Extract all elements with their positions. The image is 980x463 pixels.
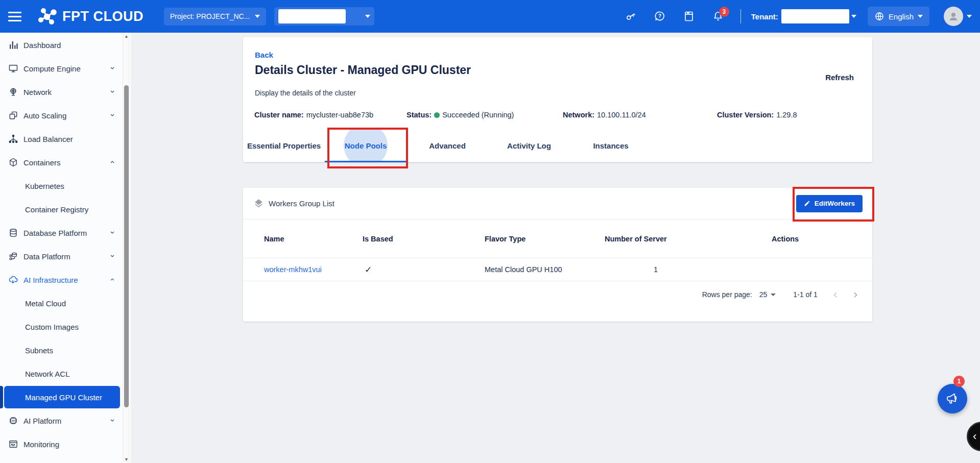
chevron-down-icon	[109, 111, 115, 120]
chevron-down-icon	[109, 417, 115, 425]
previous-page-button[interactable]: ‹	[833, 289, 838, 300]
language-label: English	[889, 12, 914, 21]
sidebar-item-subnets[interactable]: Subnets	[0, 338, 131, 362]
sidebar-item-container-registry[interactable]: Container Registry	[0, 198, 131, 221]
search-input[interactable]	[278, 9, 346, 23]
sidebar-item-label: Compute Engine	[23, 64, 81, 73]
sidebar-item-label: Metal Cloud	[25, 299, 66, 308]
project-selector-label: Project: PROJECT_NC...	[170, 12, 250, 20]
sidebar-item-kubernetes[interactable]: Kubernetes	[0, 174, 131, 198]
sidebar-item-label: Custom Images	[25, 323, 79, 331]
sidebar-item-network-acl[interactable]: Network ACL	[0, 362, 131, 385]
package-cube-icon	[8, 157, 19, 168]
sidebar-item-ai-platform[interactable]: AI AI Platform	[0, 409, 131, 432]
table-pagination: Rows per page: 25 1-1 of 1 ‹ ›	[243, 283, 872, 306]
table-row: worker-mkhw1vui ✓ Metal Cloud GPU H100 1	[243, 258, 872, 281]
database-icon	[8, 227, 19, 238]
col-header-name: Name	[243, 235, 363, 243]
sidebar-item-custom-images[interactable]: Custom Images	[0, 315, 131, 338]
rows-per-page-label: Rows per page:	[702, 290, 752, 299]
sidebar-item-containers[interactable]: Containers	[0, 151, 131, 174]
next-page-button[interactable]: ›	[853, 289, 858, 300]
chevron-down-icon	[255, 15, 260, 18]
sidebar-item-load-balancer[interactable]: Load Balancer	[0, 127, 131, 151]
navbar-divider	[740, 9, 741, 23]
ai-chip-icon: AI	[8, 415, 19, 426]
rows-per-page-select[interactable]: 25	[759, 290, 776, 299]
brand-logo[interactable]: FPT CLOUD	[37, 6, 144, 27]
sidebar-item-metal-cloud[interactable]: Metal Cloud	[0, 291, 131, 315]
notifications-bell-icon[interactable]: 3	[712, 10, 724, 22]
sidebar-item-label: Database Platform	[23, 229, 87, 237]
data-stack-icon	[8, 251, 19, 262]
cluster-info-row: Cluster name: mycluster-uab8e73b Status:…	[243, 111, 872, 121]
tab-essential-properties[interactable]: Essential Properties	[243, 129, 325, 162]
stacked-squares-icon	[8, 110, 19, 121]
fpt-cloud-console: { "navbar": { "brand": "FPT CLOUD", "pro…	[0, 0, 980, 463]
user-avatar[interactable]	[944, 7, 963, 26]
sidebar-scrollbar[interactable]: ▲ ▼	[123, 33, 129, 463]
hamburger-menu-icon[interactable]	[8, 8, 26, 25]
cluster-name-field: Cluster name: mycluster-uab8e73b	[254, 111, 373, 119]
edge-collapse-button[interactable]: ‹	[967, 422, 980, 451]
sidebar-item-dashboard[interactable]: Dashboard	[0, 33, 131, 57]
sidebar-item-monitoring[interactable]: Monitoring	[0, 432, 131, 456]
cluster-details-card: Back Details Cluster - Managed GPU Clust…	[243, 37, 872, 162]
sidebar-item-label: Network ACL	[25, 370, 70, 378]
sidebar-item-label: Monitoring	[23, 440, 59, 449]
network-field: Network: 10.100.11.0/24	[563, 111, 646, 119]
chevron-up-icon	[109, 158, 115, 167]
sidebar-item-data-platform[interactable]: Data Platform	[0, 245, 131, 268]
pencil-icon	[804, 200, 810, 207]
worker-name-link[interactable]: worker-mkhw1vui	[264, 265, 322, 274]
hub-nodes-icon	[8, 133, 19, 144]
sidebar-item-label: Container Registry	[25, 205, 88, 214]
sidebar-item-network[interactable]: Network	[0, 80, 131, 104]
sidebar-item-ai-infrastructure[interactable]: AI Infrastructure	[0, 268, 131, 291]
tab-advanced[interactable]: Advanced	[407, 129, 488, 162]
back-link[interactable]: Back	[255, 51, 273, 59]
workers-group-card: Workers Group List EditWorkers Name Is B…	[243, 188, 872, 322]
tab-node-pools[interactable]: Node Pools	[325, 129, 407, 162]
language-selector[interactable]: English	[868, 7, 929, 26]
navbar-right: ? 3 Tenant: English	[608, 7, 980, 26]
sidebar-item-compute-engine[interactable]: Compute Engine	[0, 57, 131, 80]
chevron-down-icon[interactable]	[967, 15, 972, 18]
number-of-server-value: 1	[605, 265, 761, 274]
project-selector[interactable]: Project: PROJECT_NC...	[164, 8, 266, 26]
scroll-up-arrow-icon[interactable]: ▲	[123, 33, 130, 40]
docs-icon[interactable]	[683, 10, 695, 22]
announcements-fab[interactable]	[938, 384, 967, 413]
chevron-down-icon[interactable]	[365, 15, 370, 18]
tenant-value-field[interactable]	[781, 9, 849, 23]
refresh-button[interactable]: Refresh	[825, 73, 854, 82]
col-header-actions: Actions	[761, 235, 872, 243]
top-navbar: FPT CLOUD Project: PROJECT_NC... ?	[0, 0, 980, 33]
sidebar-item-label: AI Infrastructure	[23, 276, 78, 284]
sidebar-item-auto-scaling[interactable]: Auto Scaling	[0, 104, 131, 127]
cloud-sync-icon	[8, 274, 19, 285]
scroll-down-arrow-icon[interactable]: ▼	[123, 456, 130, 463]
scrollbar-thumb[interactable]	[124, 85, 129, 407]
pagination-range: 1-1 of 1	[793, 290, 817, 299]
chevron-down-icon[interactable]	[851, 15, 856, 18]
sidebar-item-database-platform[interactable]: Database Platform	[0, 221, 131, 245]
cluster-version-value: 1.29.8	[776, 111, 797, 119]
monitoring-chart-icon	[8, 438, 19, 450]
details-tabs: Essential Properties Node Pools Advanced…	[243, 129, 872, 162]
tab-instances[interactable]: Instances	[570, 129, 652, 162]
sidebar-item-label: Auto Scaling	[23, 111, 66, 120]
sidebar-item-managed-gpu-cluster[interactable]: Managed GPU Cluster	[4, 386, 120, 408]
status-dot-icon	[434, 112, 440, 118]
status-label: Status:	[407, 111, 432, 119]
flavor-type-value: Metal Cloud GPU H100	[485, 265, 605, 274]
help-icon[interactable]: ?	[654, 10, 666, 22]
edit-workers-button[interactable]: EditWorkers	[796, 195, 863, 212]
tab-activity-log[interactable]: Activity Log	[488, 129, 570, 162]
table-header-row: Name Is Based Flavor Type Number of Serv…	[243, 220, 872, 258]
chevron-down-icon	[109, 64, 115, 73]
sidebar-item-label: Dashboard	[23, 41, 61, 50]
workers-card-header: Workers Group List EditWorkers	[243, 188, 872, 220]
col-header-flavor-type: Flavor Type	[485, 235, 605, 243]
api-key-icon[interactable]	[625, 10, 637, 22]
